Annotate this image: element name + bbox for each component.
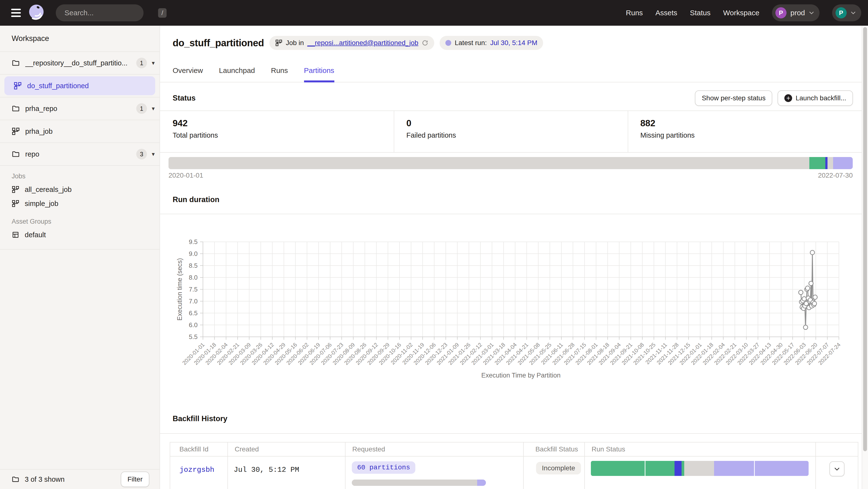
backfill-id-link[interactable]: jozrgsbh <box>179 466 214 474</box>
count-badge: 1 <box>136 58 147 68</box>
sidebar-item-label: do_stuff_partitioned <box>27 82 150 90</box>
folder-icon <box>12 476 20 483</box>
job-icon <box>13 82 22 90</box>
sidebar-item-label: __repository__do_stuff_partitio... <box>25 59 136 67</box>
show-per-step-status-button[interactable]: Show per-step status <box>695 90 772 106</box>
svg-text:6.0: 6.0 <box>189 321 197 329</box>
workspace-sidebar: Workspace __repository__do_stuff_partiti… <box>0 26 160 489</box>
reload-icon[interactable] <box>422 39 428 46</box>
backfill-status-badge: Incomplete <box>536 462 581 475</box>
sidebar-item-repository-do-stuff[interactable]: __repository__do_stuff_partitio... 1 ▾ <box>0 52 159 75</box>
requested-partitions-badge[interactable]: 60 partitions <box>352 461 415 474</box>
caret-down-icon[interactable]: ▾ <box>152 105 155 112</box>
expand-row-button[interactable] <box>830 461 844 477</box>
stat-label: Failed partitions <box>406 131 628 139</box>
job-tabs: Overview Launchpad Runs Partitions <box>160 62 868 83</box>
column-header-backfill-id: Backfill Id <box>170 443 228 456</box>
folder-icon <box>12 59 20 67</box>
sidebar-item-prha-repo[interactable]: prha_repo 1 ▾ <box>0 97 159 120</box>
sidebar-item-label: prha_repo <box>25 105 136 113</box>
svg-text:7.0: 7.0 <box>189 298 197 305</box>
sidebar-item-all-cereals-job[interactable]: all_cereals_job <box>0 183 159 197</box>
sidebar-item-do-stuff-partitioned-selected[interactable]: do_stuff_partitioned <box>0 75 159 97</box>
menu-icon[interactable] <box>11 7 21 19</box>
column-header-actions <box>816 443 858 456</box>
sidebar-item-simple-job[interactable]: simple_job <box>0 197 159 210</box>
sidebar-item-prha-job[interactable]: prha_job <box>0 120 159 143</box>
nav-link-workspace[interactable]: Workspace <box>723 9 760 17</box>
tab-runs[interactable]: Runs <box>271 62 288 83</box>
deployment-switcher[interactable]: P prod <box>772 4 819 21</box>
asset-groups-section-label: Asset Groups <box>0 218 159 225</box>
folder-icon <box>12 150 20 158</box>
launch-backfill-button[interactable]: + Launch backfill... <box>778 90 853 106</box>
stat-value: 882 <box>640 118 868 128</box>
svg-text:9.5: 9.5 <box>189 238 197 246</box>
table-header-row: Backfill Id Created Requested Backfill S… <box>170 443 858 457</box>
deployment-name: prod <box>790 9 805 17</box>
job-icon <box>12 127 20 135</box>
filter-button[interactable]: Filter <box>121 471 149 487</box>
main-content: do_stuff_partitioned Job in __reposi...a… <box>160 26 868 489</box>
count-badge: 3 <box>136 149 147 159</box>
search-box[interactable]: / <box>56 4 144 21</box>
page-title: do_stuff_partitioned <box>173 38 264 48</box>
job-origin-prefix: Job in <box>286 39 304 47</box>
tab-launchpad[interactable]: Launchpad <box>219 62 255 83</box>
sidebar-item-default-group[interactable]: default <box>0 228 159 242</box>
search-input[interactable] <box>64 9 158 17</box>
plus-icon: + <box>784 94 792 102</box>
caret-down-icon[interactable]: ▾ <box>152 151 155 158</box>
sidebar-item-repo[interactable]: repo 3 ▾ <box>0 143 159 166</box>
sidebar-footer: 3 of 3 shown Filter <box>0 469 159 489</box>
partition-status-bar[interactable] <box>168 157 853 169</box>
status-section-title: Status <box>173 94 196 102</box>
sidebar-item-label: default <box>25 231 46 239</box>
requested-partitions-bar <box>352 480 486 486</box>
tab-partitions[interactable]: Partitions <box>304 62 334 83</box>
job-origin-link[interactable]: __reposi...artitioned@partitioned_job <box>307 39 418 47</box>
dagster-logo-icon[interactable] <box>28 4 45 22</box>
latest-run-link[interactable]: Jul 30, 5:14 PM <box>490 39 537 47</box>
partition-stats: 942 Total partitions 0 Failed partitions… <box>160 110 868 153</box>
asset-group-icon <box>12 231 20 239</box>
run-status-bar[interactable] <box>591 461 809 476</box>
count-badge: 1 <box>136 103 147 114</box>
sidebar-item-label: repo <box>25 150 136 158</box>
caret-down-icon[interactable]: ▾ <box>152 60 155 66</box>
stat-label: Total partitions <box>173 131 394 139</box>
launch-backfill-label: Launch backfill... <box>796 94 846 102</box>
svg-text:Execution Time by Partition: Execution Time by Partition <box>481 372 561 379</box>
latest-run-badge: Latest run: Jul 30, 5:14 PM <box>440 36 543 50</box>
scrollbar-thumb[interactable] <box>863 27 867 451</box>
backfill-created: Jul 30, 5:12 PM <box>228 457 345 489</box>
jobs-section-label: Jobs <box>0 172 159 180</box>
sidebar-title: Workspace <box>0 26 159 52</box>
stat-label: Missing partitions <box>640 131 868 139</box>
stat-failed-partitions: 0 Failed partitions <box>394 111 628 152</box>
nav-link-assets[interactable]: Assets <box>655 9 677 17</box>
svg-text:8.5: 8.5 <box>189 262 197 269</box>
divider <box>160 433 868 434</box>
svg-text:Execution time (secs): Execution time (secs) <box>176 258 183 321</box>
nav-link-status[interactable]: Status <box>690 9 710 17</box>
sidebar-item-label: prha_job <box>25 127 155 135</box>
run-duration-title: Run duration <box>173 195 219 204</box>
user-menu[interactable]: P <box>832 4 861 21</box>
backfill-history-table: Backfill Id Created Requested Backfill S… <box>170 442 858 489</box>
job-icon <box>275 39 282 46</box>
page-scrollbar[interactable] <box>862 26 868 489</box>
tab-overview[interactable]: Overview <box>173 62 203 83</box>
column-header-requested: Requested <box>345 443 524 456</box>
column-header-created: Created <box>228 443 345 456</box>
svg-text:9.0: 9.0 <box>189 250 197 257</box>
partition-range-end: 2022-07-30 <box>818 171 853 179</box>
column-header-backfill-status: Backfill Status <box>524 443 585 456</box>
nav-link-runs[interactable]: Runs <box>626 9 643 17</box>
partition-range-start: 2020-01-01 <box>168 171 203 179</box>
sidebar-item-label: simple_job <box>25 200 58 208</box>
run-duration-chart[interactable]: 9.59.08.58.07.57.06.56.05.52020-01-01202… <box>165 228 863 393</box>
divider <box>0 249 159 250</box>
user-avatar: P <box>836 7 847 19</box>
stat-value: 0 <box>406 118 628 128</box>
